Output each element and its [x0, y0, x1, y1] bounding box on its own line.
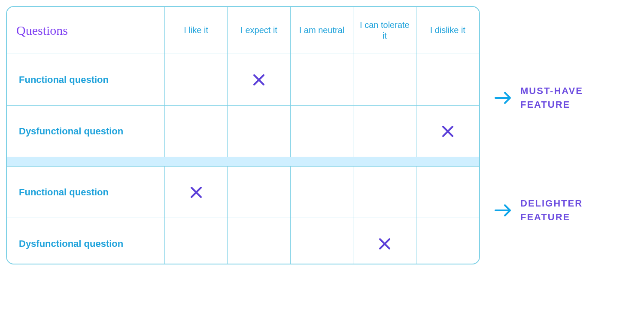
answer-cell	[165, 106, 228, 157]
row-label: Functional question	[7, 167, 165, 218]
arrow-right-icon	[494, 88, 513, 107]
arrow-right-icon	[494, 201, 513, 220]
answer-cell	[165, 167, 228, 218]
answer-cell	[353, 218, 416, 264]
annotation-label: MUST-HAVE FEATURE	[520, 84, 583, 112]
table-title: Questions	[7, 7, 165, 54]
answer-cell	[291, 106, 353, 157]
answer-cell	[353, 54, 416, 106]
answer-cell	[165, 54, 228, 106]
answer-cell	[165, 218, 228, 264]
answer-cell	[291, 167, 353, 218]
answer-cell	[291, 218, 353, 264]
annotation-must-have: MUST-HAVE FEATURE	[494, 84, 583, 112]
group-separator	[7, 157, 479, 167]
annotation-delighter: DELIGHTER FEATURE	[494, 197, 583, 224]
answer-cell	[353, 167, 416, 218]
answer-cell	[416, 106, 479, 157]
col-header: I like it	[165, 7, 228, 54]
answer-cell	[416, 218, 479, 264]
col-header: I am neutral	[291, 7, 353, 54]
x-icon	[441, 125, 454, 138]
answer-cell	[228, 54, 290, 106]
kano-grid: Questions I like it I expect it I am neu…	[7, 7, 479, 264]
x-icon	[190, 186, 203, 199]
x-icon	[378, 237, 391, 250]
answer-cell	[228, 218, 290, 264]
answer-cell	[228, 167, 290, 218]
col-header: I can tolerate it	[353, 7, 416, 54]
x-icon	[252, 73, 265, 86]
answer-cell	[416, 167, 479, 218]
kano-question-diagram: Questions I like it I expect it I am neu…	[0, 0, 644, 322]
kano-table: Questions I like it I expect it I am neu…	[6, 6, 480, 264]
row-label: Dysfunctional question	[7, 106, 165, 157]
row-label: Functional question	[7, 54, 165, 106]
row-label: Dysfunctional question	[7, 218, 165, 264]
answer-cell	[228, 106, 290, 157]
col-header: I expect it	[228, 7, 290, 54]
answer-cell	[291, 54, 353, 106]
annotation-label: DELIGHTER FEATURE	[520, 197, 583, 224]
answer-cell	[353, 106, 416, 157]
answer-cell	[416, 54, 479, 106]
col-header: I dislike it	[416, 7, 479, 54]
